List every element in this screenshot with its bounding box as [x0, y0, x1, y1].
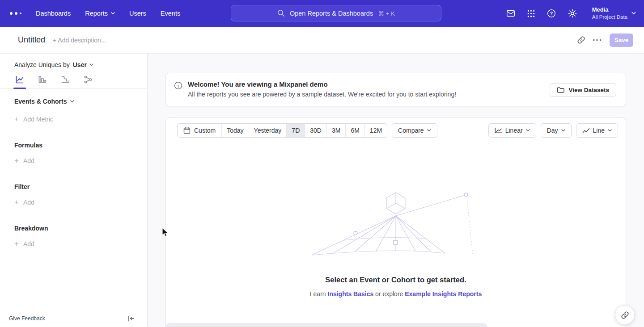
- link-icon: [621, 311, 629, 319]
- tab-insights[interactable]: [14, 75, 25, 88]
- insights-report-card: Custom Today Yesterday 7D 30D 3M 6M 12M …: [165, 117, 626, 327]
- tab-funnels[interactable]: [37, 75, 48, 88]
- nav-item-dashboards[interactable]: Dashboards: [36, 10, 71, 17]
- events-cohorts-section[interactable]: Events & Cohorts: [0, 98, 147, 105]
- global-search-bar[interactable]: Open Reports & Dashboards ⌘ + K: [231, 5, 441, 21]
- chevron-down-icon: [70, 100, 74, 103]
- share-link-floating-button[interactable]: [615, 305, 635, 325]
- report-header: Untitled + Add description... ··· Save: [0, 27, 644, 54]
- example-insights-reports-link[interactable]: Example Insights Reports: [405, 290, 482, 298]
- line-chart-icon: [582, 128, 590, 134]
- logo-menu-dots-icon[interactable]: [10, 12, 28, 15]
- linear-scale-icon: [495, 127, 502, 134]
- nav-item-events[interactable]: Events: [161, 10, 180, 17]
- range-7d[interactable]: 7D: [286, 124, 305, 137]
- breakdown-section-title: Breakdown: [0, 225, 147, 232]
- search-placeholder: Open Reports & Dashboards: [290, 10, 373, 17]
- view-datasets-button[interactable]: View Datasets: [550, 83, 616, 97]
- range-yesterday[interactable]: Yesterday: [249, 124, 287, 137]
- plus-icon: +: [14, 158, 19, 164]
- insights-basics-link[interactable]: Insights Basics: [328, 290, 374, 298]
- folder-icon: [557, 87, 564, 93]
- custom-date-button[interactable]: Custom: [178, 124, 221, 137]
- more-options-icon[interactable]: ···: [593, 38, 602, 42]
- range-30d[interactable]: 30D: [305, 124, 326, 137]
- calendar-icon: [183, 127, 191, 134]
- search-icon: [277, 9, 285, 17]
- filter-section-title: Filter: [0, 183, 147, 190]
- settings-gear-icon[interactable]: [568, 8, 577, 18]
- top-nav: Dashboards Reports Users Events Open Rep…: [0, 0, 644, 27]
- nav-item-reports[interactable]: Reports: [85, 10, 115, 17]
- chevron-down-icon: [608, 129, 612, 132]
- project-switcher[interactable]: Media All Project Data: [592, 6, 636, 21]
- tab-retention[interactable]: [60, 75, 71, 88]
- add-metric-button[interactable]: + Add Metric: [0, 116, 147, 123]
- svg-text:?: ?: [550, 11, 553, 16]
- project-subtitle: All Project Data: [592, 14, 627, 21]
- tab-flows[interactable]: [83, 75, 93, 88]
- add-description-field[interactable]: + Add description...: [53, 37, 106, 44]
- plus-icon: +: [14, 199, 19, 205]
- range-today[interactable]: Today: [221, 124, 248, 137]
- chevron-down-icon: [427, 129, 431, 132]
- query-builder-sidebar: Analyze Uniques by User Events & Cohorts…: [0, 54, 148, 327]
- nav-item-users[interactable]: Users: [129, 10, 146, 17]
- plus-icon: +: [14, 116, 19, 122]
- chevron-down-icon: [561, 129, 565, 132]
- date-range-segmented-control: Custom Today Yesterday 7D 30D 3M 6M 12M: [177, 123, 387, 138]
- chevron-down-icon: [89, 63, 93, 66]
- report-toolbar: Custom Today Yesterday 7D 30D 3M 6M 12M …: [166, 118, 626, 138]
- main-content: Welcome! You are viewing a Mixpanel demo…: [148, 54, 644, 327]
- chevron-down-icon: [631, 12, 636, 15]
- compare-button[interactable]: Compare: [392, 123, 437, 138]
- range-12m[interactable]: 12M: [364, 124, 387, 137]
- mail-icon[interactable]: [506, 8, 516, 18]
- copy-link-icon[interactable]: [577, 36, 585, 44]
- linear-scale-dropdown[interactable]: Linear: [488, 123, 536, 138]
- save-button[interactable]: Save: [610, 34, 633, 47]
- add-formula-button[interactable]: + Add: [0, 157, 147, 164]
- interval-day-dropdown[interactable]: Day: [541, 123, 572, 138]
- search-shortcut: ⌘ + K: [378, 10, 395, 17]
- chart-type-tabs: [0, 68, 147, 89]
- chevron-down-icon: [526, 129, 530, 132]
- empty-state: Select an Event or Cohort to get started…: [166, 145, 626, 298]
- apps-grid-icon[interactable]: [527, 9, 535, 18]
- add-filter-button[interactable]: + Add: [0, 199, 147, 206]
- banner-subtitle: All the reports you see are powered by a…: [188, 91, 456, 98]
- empty-state-title: Select an Event or Cohort to get started…: [166, 276, 626, 284]
- help-icon[interactable]: ?: [547, 8, 556, 18]
- chart-style-line-dropdown[interactable]: Line: [576, 123, 618, 138]
- project-name: Media: [592, 6, 627, 14]
- report-title[interactable]: Untitled: [18, 35, 45, 45]
- analyze-uniques-label: Analyze Uniques by: [14, 61, 70, 68]
- welcome-banner: Welcome! You are viewing a Mixpanel demo…: [165, 73, 626, 106]
- range-3m[interactable]: 3M: [326, 124, 345, 137]
- banner-title: Welcome! You are viewing a Mixpanel demo: [188, 80, 456, 88]
- give-feedback-link[interactable]: Give Feedback: [9, 315, 45, 322]
- info-icon: [174, 81, 182, 90]
- range-6m[interactable]: 6M: [345, 124, 364, 137]
- analyze-by-dropdown[interactable]: User: [73, 61, 93, 68]
- empty-state-links: Learn Insights Basics or explore Example…: [166, 290, 626, 298]
- empty-state-illustration: [311, 189, 481, 256]
- formulas-section-title: Formulas: [0, 142, 147, 149]
- chevron-down-icon: [111, 12, 115, 15]
- add-breakdown-button[interactable]: + Add: [0, 240, 147, 247]
- plus-icon: +: [14, 241, 19, 247]
- collapse-sidebar-icon[interactable]: [128, 315, 135, 322]
- bottom-panel-edge: [165, 323, 487, 327]
